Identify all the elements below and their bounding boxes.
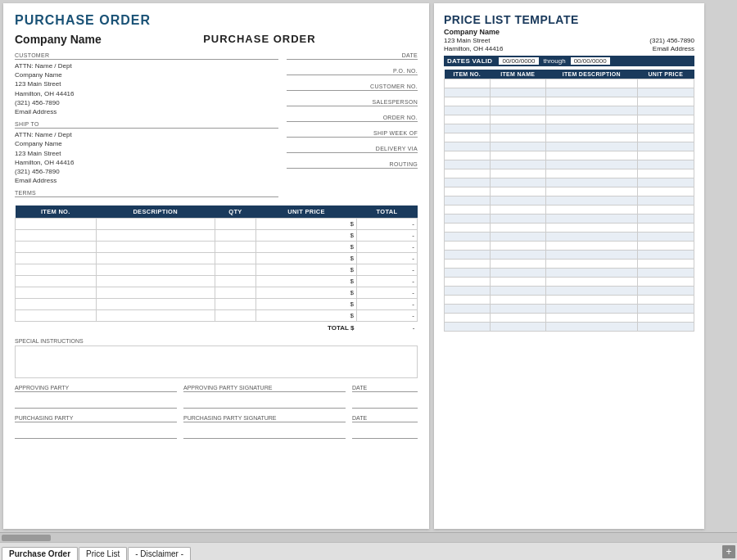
purchasing-party-line: [15, 424, 177, 439]
delivery-via-label: DELIVERY VIA: [287, 146, 418, 153]
pl-table-row: [445, 314, 694, 323]
col-total: TOTAL: [357, 205, 418, 219]
po-table-row: $ -: [16, 276, 418, 287]
customer-no-label: CUSTOMER NO.: [287, 84, 418, 91]
add-sheet-button[interactable]: +: [722, 545, 735, 558]
date-field: DATE: [287, 52, 418, 60]
pl-city: Hamilton, OH 44416: [444, 45, 503, 52]
ship-company: Company Name: [15, 139, 278, 148]
pl-table-row: [445, 115, 694, 124]
approving-sig-block: APPROVING PARTY SIGNATURE: [183, 385, 346, 409]
pl-through-label: through: [544, 57, 566, 65]
pl-dates-label: DATES VALID: [447, 57, 492, 65]
pl-table-row: [445, 169, 694, 178]
ship-email: Email Address: [15, 176, 278, 185]
delivery-via-field: DELIVERY VIA: [287, 146, 418, 153]
pl-table-row: [445, 187, 694, 196]
po-no-label: P.O. NO.: [287, 68, 418, 75]
date-sig2-block: DATE: [352, 415, 418, 439]
col-unit-price: UNIT PRICE: [256, 205, 357, 219]
ship-phone: (321) 456-7890: [15, 167, 278, 176]
pl-date-to: 00/00/0000: [571, 57, 610, 65]
ship-street: 123 Main Street: [15, 149, 278, 158]
tab-disclaimer[interactable]: - Disclaimer -: [128, 547, 191, 560]
po-table-row: $ -: [16, 230, 418, 242]
pl-table-row: [445, 79, 694, 88]
salesperson-field: SALESPERSON: [287, 99, 418, 106]
pl-table-row: [445, 196, 694, 205]
ship-city: Hamilton, OH 44416: [15, 158, 278, 167]
date-sig2-line: [352, 424, 418, 439]
pl-col-item-desc: ITEM DESCRIPTION: [545, 70, 637, 79]
pl-table-row: [445, 251, 694, 260]
customer-company: Company Name: [15, 70, 278, 79]
pl-table-row: [445, 97, 694, 106]
pl-table-row: [445, 88, 694, 97]
po-table-row: $ -: [16, 299, 418, 310]
customer-city: Hamilton, OH 44416: [15, 89, 278, 98]
po-header: Company Name PURCHASE ORDER: [15, 33, 418, 46]
bottom-tab-bar: Purchase Order Price List - Disclaimer -…: [0, 542, 737, 560]
customer-email: Email Address: [15, 107, 278, 116]
col-item-no: ITEM NO.: [16, 205, 97, 219]
pl-address2-row: Hamilton, OH 44416 Email Address: [444, 45, 694, 52]
col-qty: QTY: [215, 205, 255, 219]
date-sig2-label: DATE: [352, 415, 418, 422]
order-no-field: ORDER NO.: [287, 115, 418, 122]
ship-to-section: SHIP TO ATTN: Name / Dept Company Name 1…: [15, 121, 278, 185]
total-row: TOTAL $ -: [16, 322, 418, 333]
sheet-area: PURCHASE ORDER Company Name PURCHASE ORD…: [0, 0, 737, 532]
customer-attn: ATTN: Name / Dept: [15, 61, 278, 70]
pl-table-row: [445, 124, 694, 133]
pl-col-unit-price: UNIT PRICE: [637, 70, 694, 79]
approving-party-label: APPROVING PARTY: [15, 385, 177, 392]
pl-table-row: [445, 215, 694, 224]
approving-sig-label: APPROVING PARTY SIGNATURE: [183, 385, 346, 392]
po-right: DATE P.O. NO. CUSTOMER NO. SALESPERSON O…: [287, 52, 418, 199]
pl-table-row: [445, 106, 694, 115]
pl-phone: (321) 456-7890: [649, 37, 694, 44]
pl-date-from: 00/00/0000: [499, 57, 538, 65]
purchasing-sig-line: [183, 424, 346, 439]
pl-table-row: [445, 287, 694, 296]
tab-price-list[interactable]: Price List: [79, 547, 127, 560]
purchasing-sig-label: PURCHASING PARTY SIGNATURE: [183, 415, 346, 422]
date-sig1-line: [352, 394, 418, 409]
pl-col-item-no: ITEM NO.: [445, 70, 491, 79]
po-table-row: $ -: [16, 253, 418, 264]
horizontal-scrollbar[interactable]: [0, 532, 737, 542]
approving-sig-row: APPROVING PARTY APPROVING PARTY SIGNATUR…: [15, 385, 418, 409]
special-instructions-box[interactable]: [15, 345, 418, 378]
pl-table-row: [445, 296, 694, 305]
purchase-order-sheet: PURCHASE ORDER Company Name PURCHASE ORD…: [3, 3, 429, 529]
app-container: PURCHASE ORDER Company Name PURCHASE ORD…: [0, 0, 737, 560]
date-sig1-block: DATE: [352, 385, 418, 409]
pl-table-row: [445, 142, 694, 151]
po-table-row: $ -: [16, 310, 418, 322]
customer-section: CUSTOMER ATTN: Name / Dept Company Name …: [15, 52, 278, 116]
pl-table-row: [445, 242, 694, 251]
po-table-row: $ -: [16, 242, 418, 253]
special-instructions-label: SPECIAL INSTRUCTIONS: [15, 338, 418, 344]
bottom-right: +: [722, 545, 735, 560]
customer-phone: (321) 456-7890: [15, 98, 278, 107]
pl-company: Company Name: [444, 28, 694, 36]
pl-address-row: 123 Main Street (321) 456-7890: [444, 37, 694, 44]
ship-attn: ATTN: Name / Dept: [15, 130, 278, 139]
ship-to-label: SHIP TO: [15, 121, 278, 129]
po-no-field: P.O. NO.: [287, 68, 418, 75]
pl-table-row: [445, 278, 694, 287]
pl-title: PRICE LIST TEMPLATE: [444, 13, 694, 26]
pl-table-row: [445, 224, 694, 233]
date-sig1-label: DATE: [352, 385, 418, 392]
po-table-row: $ -: [16, 219, 418, 230]
tab-purchase-order[interactable]: Purchase Order: [2, 547, 78, 560]
po-left: CUSTOMER ATTN: Name / Dept Company Name …: [15, 52, 278, 199]
salesperson-label: SALESPERSON: [287, 99, 418, 106]
scrollbar-thumb[interactable]: [2, 535, 51, 541]
approving-sig-line: [183, 394, 346, 409]
pl-dates-bar: DATES VALID 00/00/0000 through 00/00/000…: [444, 56, 694, 66]
pl-table-row: [445, 133, 694, 142]
pl-table-row: [445, 269, 694, 278]
customer-street: 123 Main Street: [15, 79, 278, 88]
